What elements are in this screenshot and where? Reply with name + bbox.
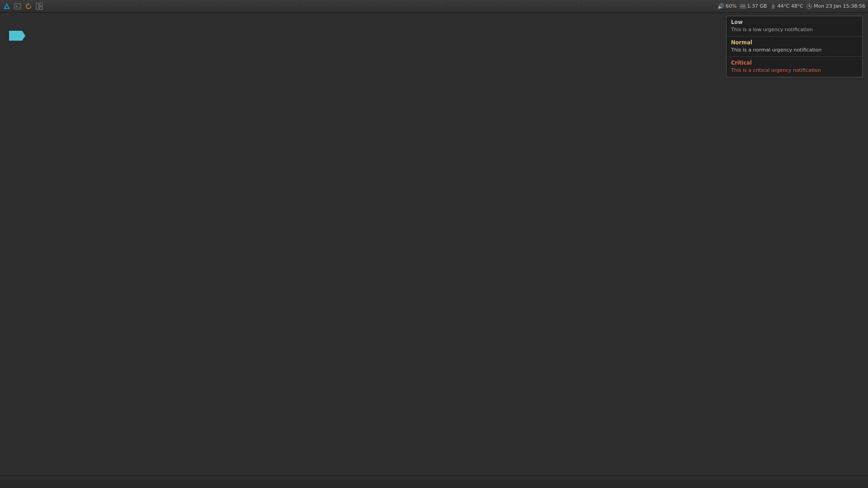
svg-rect-4 (40, 3, 42, 6)
svg-rect-9 (744, 5, 745, 7)
notification-critical[interactable]: Critical This is a critical urgency noti… (726, 57, 862, 77)
volume-tray-item[interactable]: 🔊 60% (717, 3, 736, 9)
taskbar-left (0, 1, 44, 11)
svg-rect-7 (741, 5, 742, 7)
memory-value: 1.37 GB (747, 3, 767, 9)
notification-normal-body: This is a normal urgency notification (731, 47, 858, 53)
reload-icon[interactable] (24, 1, 33, 11)
notification-critical-title: Critical (731, 60, 858, 66)
temp-cpu: 44°C (778, 3, 790, 9)
notification-normal-title: Normal (731, 39, 858, 46)
temp-tray-item[interactable]: 44°C 48°C (770, 3, 803, 9)
notification-low[interactable]: Low This is a low urgency notification (726, 16, 862, 37)
memory-tray-item[interactable]: 1.37 GB (740, 3, 767, 9)
clock-icon (806, 3, 812, 9)
tag-icon (9, 31, 25, 41)
volume-icon: 🔊 (717, 3, 724, 9)
notification-panel: Low This is a low urgency notification N… (726, 16, 863, 77)
terminal-icon[interactable] (13, 1, 23, 11)
arch-icon[interactable] (2, 1, 12, 11)
tag-icon-area (9, 31, 25, 41)
notification-low-title: Low (731, 19, 858, 25)
svg-rect-0 (14, 4, 21, 9)
svg-rect-3 (36, 3, 39, 9)
taskbar: 🔊 60% 1.37 GB 44°C (0, 0, 868, 13)
system-tray: 🔊 60% 1.37 GB 44°C (717, 3, 868, 9)
svg-line-19 (809, 6, 811, 7)
temp-icon (770, 3, 776, 9)
layout-icon[interactable] (34, 1, 44, 11)
volume-percent: 60% (726, 3, 736, 9)
notification-low-body: This is a low urgency notification (731, 27, 858, 33)
svg-rect-5 (40, 7, 42, 9)
memory-icon (740, 3, 746, 9)
datetime: Mon 23 Jan 15:38:56 (814, 3, 865, 9)
bottom-panel (0, 475, 868, 488)
notification-critical-body: This is a critical urgency notification (731, 67, 858, 73)
svg-rect-8 (742, 5, 743, 7)
desktop (0, 13, 868, 488)
clock-tray-item[interactable]: Mon 23 Jan 15:38:56 (806, 3, 865, 9)
notification-normal[interactable]: Normal This is a normal urgency notifica… (726, 37, 862, 57)
svg-rect-14 (773, 4, 774, 8)
temp-gpu: 48°C (791, 3, 803, 9)
